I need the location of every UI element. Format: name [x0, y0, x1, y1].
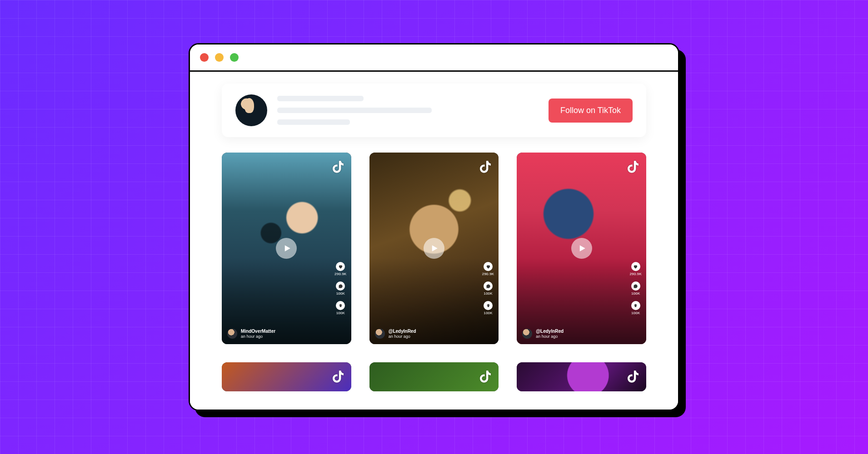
skeleton-line — [277, 96, 364, 101]
likes-stat[interactable]: 290.9K — [334, 262, 347, 276]
comments-stat[interactable]: 100K — [484, 281, 493, 296]
shares-stat[interactable]: 100K — [484, 301, 493, 315]
tiktok-logo-icon — [478, 368, 493, 385]
comment-icon — [484, 281, 493, 291]
page-content: Follow on TikTok 290. — [190, 72, 678, 410]
comments-value: 100K — [631, 291, 640, 296]
heart-icon — [631, 262, 640, 271]
video-grid-row-2 — [222, 362, 646, 391]
shares-stat[interactable]: 100K — [631, 301, 640, 315]
follow-button[interactable]: Follow on TikTok — [549, 99, 633, 123]
tiktok-logo-icon — [330, 368, 346, 385]
video-meta: @LedyInRed an hour ago — [522, 329, 614, 339]
play-icon[interactable] — [276, 238, 297, 259]
author-avatar[interactable] — [227, 329, 237, 339]
window-minimize-icon[interactable] — [215, 53, 224, 62]
comments-stat[interactable]: 100K — [631, 281, 640, 296]
heart-icon — [484, 262, 493, 271]
comments-value: 100K — [336, 291, 345, 296]
video-meta: @LedyInRed an hour ago — [375, 329, 467, 339]
shares-value: 100K — [631, 311, 640, 315]
post-time: an hour ago — [241, 334, 275, 339]
author-avatar[interactable] — [522, 329, 532, 339]
video-tile[interactable] — [369, 362, 499, 391]
play-icon[interactable] — [571, 238, 592, 259]
likes-value: 290.9K — [629, 272, 642, 276]
likes-stat[interactable]: 290.9K — [482, 262, 494, 276]
stage: Follow on TikTok 290. — [0, 0, 868, 454]
video-tile[interactable]: 290.9K 100K 100K — [369, 153, 499, 344]
likes-stat[interactable]: 290.9K — [629, 262, 642, 276]
likes-value: 290.9K — [482, 272, 494, 276]
profile-card: Follow on TikTok — [222, 84, 646, 137]
shares-value: 100K — [484, 311, 492, 315]
share-icon — [484, 301, 493, 310]
heart-icon — [336, 262, 345, 271]
video-stats: 290.9K 100K 100K — [482, 262, 494, 315]
video-tile[interactable]: 290.9K 100K 100K — [222, 153, 351, 344]
profile-text-skeleton — [277, 96, 539, 125]
video-stats: 290.9K 100K 100K — [629, 262, 642, 315]
video-tile[interactable]: 290.9K 100K 100K — [517, 153, 646, 344]
comments-stat[interactable]: 100K — [336, 281, 345, 296]
profile-avatar[interactable] — [235, 94, 267, 126]
share-icon — [631, 301, 640, 310]
shares-value: 100K — [336, 311, 345, 315]
video-meta: MindOverMatter an hour ago — [227, 329, 319, 339]
browser-window: Follow on TikTok 290. — [189, 43, 679, 411]
shares-stat[interactable]: 100K — [336, 301, 345, 315]
video-grid: 290.9K 100K 100K — [222, 153, 646, 344]
comments-value: 100K — [484, 291, 492, 296]
play-icon[interactable] — [424, 238, 444, 259]
share-icon — [336, 301, 345, 310]
author-username[interactable]: @LedyInRed — [536, 329, 564, 334]
tiktok-logo-icon — [330, 158, 346, 175]
video-tile[interactable] — [222, 362, 351, 391]
comment-icon — [631, 281, 640, 291]
comment-icon — [336, 281, 345, 291]
video-tile[interactable] — [517, 362, 646, 391]
tiktok-logo-icon — [625, 158, 641, 175]
post-time: an hour ago — [389, 334, 416, 339]
likes-value: 290.9K — [334, 272, 347, 276]
author-avatar[interactable] — [375, 329, 385, 339]
video-stats: 290.9K 100K 100K — [334, 262, 347, 315]
author-username[interactable]: @LedyInRed — [389, 329, 416, 334]
skeleton-line — [277, 108, 432, 113]
post-time: an hour ago — [536, 334, 564, 339]
skeleton-line — [277, 119, 350, 125]
window-titlebar — [190, 44, 678, 72]
window-maximize-icon[interactable] — [230, 53, 239, 62]
tiktok-logo-icon — [625, 368, 641, 385]
tiktok-logo-icon — [478, 158, 493, 175]
author-username[interactable]: MindOverMatter — [241, 329, 275, 334]
window-close-icon[interactable] — [200, 53, 209, 62]
